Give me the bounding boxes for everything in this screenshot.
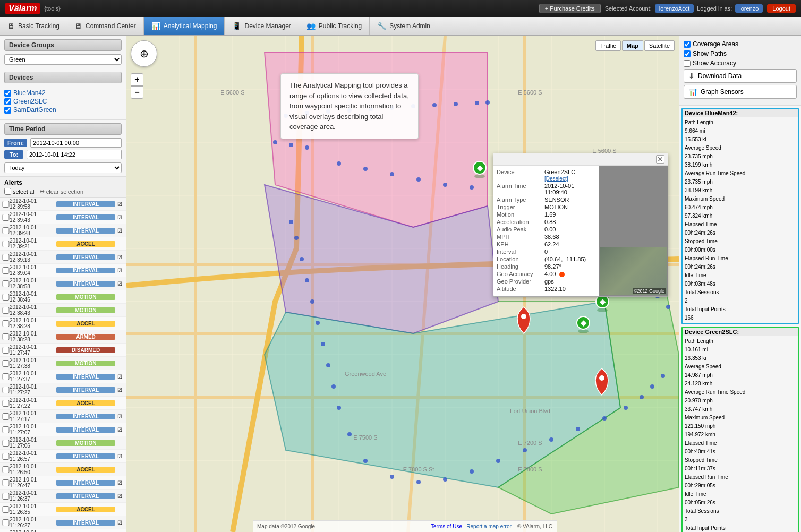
map-area[interactable]: ◆ ◆ ◆ E 5600 S E 5600 S E 5600 S E 5600 … [126,36,679,532]
alert-row[interactable]: 2012-10-01 11:26:50 ACCEL [0,463,126,476]
alert-row[interactable]: 2012-10-01 12:38:28 ACCEL [0,317,126,330]
alerts-title: Alerts [4,179,122,186]
alert-checkbox[interactable] [2,227,10,234]
stat-value: 9.664 mi [685,128,705,134]
select-all-label[interactable]: select all [4,188,36,195]
account-button[interactable]: lorenzoAcct [655,4,694,13]
bottom-bar: Map data ©2012 Google Terms of Use Repor… [253,520,557,532]
alert-row[interactable]: 2012-10-01 11:27:47 DISARMED [0,344,126,357]
download-data-button[interactable]: ⬇ Download Data [684,69,797,83]
alert-checkbox[interactable] [2,413,10,420]
alert-flag: ☑ [115,520,124,526]
alert-row[interactable]: 2012-10-01 11:27:38 MOTION [0,357,126,370]
alert-row[interactable]: 2012-10-01 11:27:07 INTERVAL ☑ [0,423,126,436]
alert-checkbox[interactable] [2,214,10,221]
alert-row[interactable]: 2012-10-01 11:26:35 ACCEL [0,503,126,516]
alert-checkbox[interactable] [2,201,10,208]
device-link-green2slc[interactable]: Green2SLC [13,98,47,105]
device-item-samdartgreen[interactable]: SamDartGreen [4,106,122,114]
satellite-button[interactable]: Satellite [644,40,675,51]
alert-checkbox[interactable] [2,333,10,340]
alert-row[interactable]: 2012-10-01 12:39:04 INTERVAL ☑ [0,264,126,277]
alert-checkbox[interactable] [2,360,10,367]
purchase-credits-button[interactable]: + Purchase Credits [539,4,601,13]
alert-checkbox[interactable] [2,254,10,261]
user-button[interactable]: lorenzo [735,4,763,13]
report-link[interactable]: Report a map error [466,524,511,529]
to-input[interactable] [27,150,122,159]
info-popup-close-button[interactable]: ✕ [656,155,664,164]
account-area: Selected Account: lorenzoAcct Logged in … [605,4,763,13]
nav-tab-basic[interactable]: 🖥Basic Tracking [0,17,67,35]
alert-checkbox[interactable] [2,307,10,314]
device-checkbox-blueman42[interactable] [4,90,11,97]
alert-checkbox[interactable] [2,519,10,526]
clear-selection-button[interactable]: ⊖ clear selection [40,188,83,195]
nav-tab-public[interactable]: 👥Public Tracking [299,17,370,35]
alert-row[interactable]: 2012-10-01 12:38:43 MOTION [0,304,126,317]
alert-row[interactable]: 2012-10-01 12:39:43 INTERVAL ☑ [0,211,126,224]
alert-row[interactable]: 2012-10-01 12:39:21 ACCEL [0,237,126,251]
map-button[interactable]: Map [622,40,643,51]
logout-button[interactable]: Logout [767,4,796,13]
alert-checkbox[interactable] [2,426,10,433]
alert-checkbox[interactable] [2,347,10,354]
compass[interactable]: ⊕ [131,40,157,67]
alert-row[interactable]: 2012-10-01 11:27:27 INTERVAL ☑ [0,383,126,397]
interval-label: Interval [497,248,544,255]
device-link-samdartgreen[interactable]: SamDartGreen [13,106,56,114]
alert-checkbox[interactable] [2,440,10,447]
svg-point-78 [470,469,474,474]
alert-row[interactable]: 2012-10-01 11:27:22 ACCEL [0,397,126,410]
period-select[interactable]: Today [4,162,122,173]
alert-checkbox[interactable] [2,479,10,486]
device-group-select[interactable]: Green [4,54,122,65]
alert-checkbox[interactable] [2,241,10,247]
device-checkbox-samdartgreen[interactable] [4,107,11,114]
alert-checkbox[interactable] [2,387,10,393]
nav-tab-device[interactable]: 📱Device Manager [225,17,299,35]
show-paths-checkbox[interactable] [684,50,691,57]
alert-row[interactable]: 2012-10-01 12:39:13 INTERVAL ☑ [0,251,126,264]
alert-checkbox[interactable] [2,453,10,460]
nav-tab-analytical[interactable]: 📊Analytical Mapping [144,17,225,35]
alert-row[interactable]: 2012-10-01 11:26:37 INTERVAL ☑ [0,490,126,503]
alert-checkbox[interactable] [2,320,10,327]
alert-row[interactable]: 2012-10-01 12:39:58 INTERVAL ☑ [0,198,126,211]
alert-row[interactable]: 2012-10-01 12:38:28 ARMED [0,330,126,344]
select-all-checkbox[interactable] [4,188,11,195]
alert-checkbox[interactable] [2,280,10,287]
device-link-blueman42[interactable]: BlueMan42 [13,89,46,97]
device-item-green2slc[interactable]: Green2SLC [4,97,122,106]
from-input[interactable] [30,138,122,148]
alert-row[interactable]: 2012-10-01 12:38:58 INTERVAL ☑ [0,277,126,290]
nav-tab-command[interactable]: 🖥Command Center [67,17,144,35]
alert-row[interactable]: 2012-10-01 12:39:28 INTERVAL ☑ [0,224,126,237]
alert-checkbox[interactable] [2,400,10,407]
zoom-in-button[interactable]: + [131,73,143,86]
coverage-areas-checkbox[interactable] [684,41,691,48]
deselect-link[interactable]: [Deselect] [544,176,568,182]
alert-checkbox[interactable] [2,506,10,513]
nav-tab-admin[interactable]: 🔧System Admin [370,17,438,35]
alert-row[interactable]: 2012-10-01 11:27:06 MOTION [0,436,126,450]
alert-row[interactable]: 2012-10-01 12:38:46 MOTION [0,290,126,304]
alert-checkbox[interactable] [2,466,10,473]
alert-checkbox[interactable] [2,267,10,274]
alert-row[interactable]: 2012-10-01 11:26:57 INTERVAL ☑ [0,450,126,463]
alert-checkbox[interactable] [2,373,10,380]
terms-link[interactable]: Terms of Use [431,524,462,529]
show-accuracy-checkbox[interactable] [684,60,691,67]
device-checkbox-green2slc[interactable] [4,98,11,105]
alert-row[interactable]: 2012-10-01 11:26:27 INTERVAL ☑ [0,516,126,529]
alert-row[interactable]: 2012-10-01 11:26:19 ACCEL [0,529,126,532]
alert-row[interactable]: 2012-10-01 11:27:37 INTERVAL ☑ [0,370,126,383]
zoom-out-button[interactable]: − [131,86,143,99]
device-item-blueman42[interactable]: BlueMan42 [4,89,122,97]
graph-sensors-button[interactable]: 📊 Graph Sensors [684,85,797,99]
traffic-button[interactable]: Traffic [595,40,621,51]
alert-checkbox[interactable] [2,294,10,301]
alert-checkbox[interactable] [2,493,10,500]
alert-row[interactable]: 2012-10-01 11:27:17 INTERVAL ☑ [0,410,126,423]
alert-row[interactable]: 2012-10-01 11:26:47 INTERVAL ☑ [0,476,126,490]
